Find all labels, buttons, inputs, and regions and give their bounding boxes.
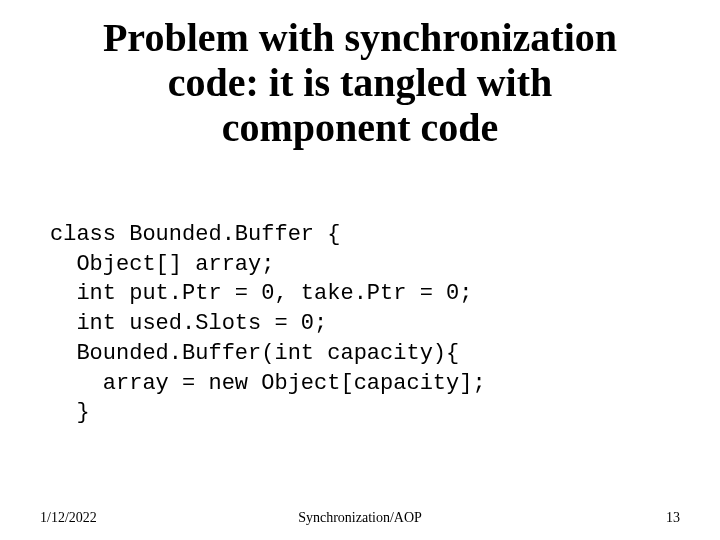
code-line: Object[] array; (50, 252, 274, 277)
code-line: class Bounded.Buffer { (50, 222, 340, 247)
slide: Problem with synchronization code: it is… (0, 0, 720, 540)
code-line: } (50, 400, 90, 425)
code-line: array = new Object[capacity]; (50, 371, 486, 396)
footer-title: Synchronization/AOP (0, 510, 720, 526)
footer-page-number: 13 (666, 510, 680, 526)
code-line: int put.Ptr = 0, take.Ptr = 0; (50, 281, 472, 306)
code-line: int used.Slots = 0; (50, 311, 327, 336)
code-line: Bounded.Buffer(int capacity){ (50, 341, 459, 366)
slide-title: Problem with synchronization code: it is… (90, 16, 630, 150)
code-block: class Bounded.Buffer { Object[] array; i… (50, 190, 680, 428)
